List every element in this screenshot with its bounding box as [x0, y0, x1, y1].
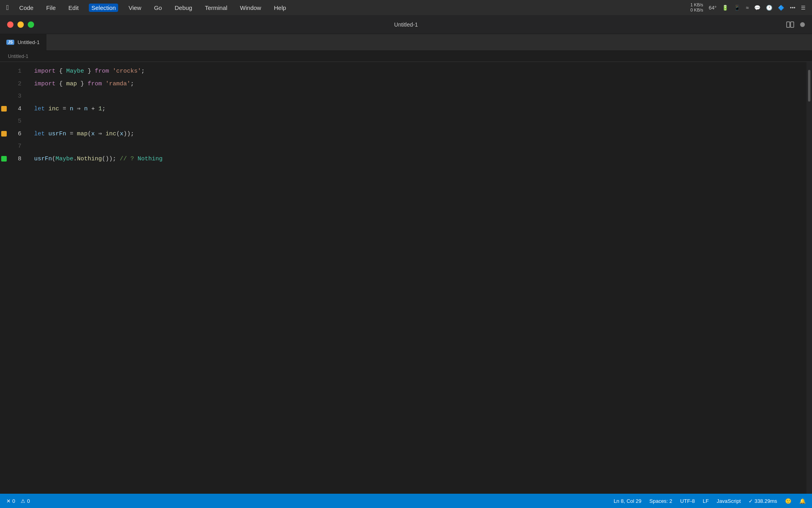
menu-window[interactable]: Window: [237, 4, 263, 12]
bp-line5: [0, 115, 8, 128]
status-right: Ln 8, Col 29 Spaces: 2 UTF-8 LF JavaScri…: [614, 498, 806, 504]
line-num-3: 3: [8, 90, 21, 103]
line-num-5: 5: [8, 115, 21, 128]
notification-icon[interactable]: 🔔: [799, 498, 806, 504]
svg-rect-1: [791, 22, 794, 27]
line-num-2: 2: [8, 78, 21, 90]
cursor-position[interactable]: Ln 8, Col 29: [614, 498, 642, 504]
code-line-7: [34, 140, 806, 153]
breadcrumb-bar: Untitled-1: [0, 51, 812, 62]
bp-line4: [0, 103, 8, 115]
menu-code[interactable]: Code: [17, 4, 36, 12]
bp-line2: [0, 78, 8, 90]
more-icon: •••: [790, 5, 795, 11]
code-line-1: import { Maybe } from 'crocks';: [34, 65, 806, 78]
breakpoint-orange-6: [1, 131, 7, 137]
menu-right: 1 KB/s0 KB/s 64° 🔋 📱 ≈ 💬 🕐 🔷 ••• ☰: [690, 2, 806, 13]
bp-line7: [0, 140, 8, 153]
encoding[interactable]: UTF-8: [680, 498, 695, 504]
maximize-button[interactable]: [28, 21, 34, 28]
breakpoints-gutter: [0, 65, 8, 505]
list-icon: ☰: [801, 5, 806, 11]
scrollbar-track[interactable]: [806, 62, 812, 505]
tab-untitled-1[interactable]: JS Untitled-1: [0, 34, 46, 51]
split-editor-icon[interactable]: [786, 20, 795, 29]
bp-line1: [0, 65, 8, 78]
menu-debug[interactable]: Debug: [172, 4, 194, 12]
close-button[interactable]: [7, 21, 13, 28]
wifi-icon: ≈: [746, 5, 749, 11]
tab-filename: Untitled-1: [17, 39, 40, 45]
menu-terminal[interactable]: Terminal: [203, 4, 230, 12]
line-num-4: 4: [8, 103, 21, 115]
status-bar: ✕ 0 ⚠ 0 Ln 8, Col 29 Spaces: 2 UTF-8 LF …: [0, 494, 812, 508]
line-numbers: 1 2 3 4 5 6 7 8: [8, 65, 28, 505]
breadcrumb: Untitled-1: [8, 54, 28, 59]
indentation[interactable]: Spaces: 2: [649, 498, 672, 504]
status-left: ✕ 0 ⚠ 0: [6, 498, 30, 504]
code-line-6: let usrFn = map(x ⇒ inc(x));: [34, 128, 806, 140]
line-num-1: 1: [8, 65, 21, 78]
menu-file[interactable]: File: [44, 4, 58, 12]
code-editor[interactable]: import { Maybe } from 'crocks'; import {…: [28, 62, 806, 505]
tab-bar: JS Untitled-1: [0, 34, 812, 51]
breakpoint-green-8: [1, 156, 7, 162]
js-badge: JS: [6, 40, 14, 45]
window-title-bar: Untitled-1: [0, 15, 812, 34]
wechat-icon: 💬: [754, 5, 760, 11]
phone-icon: 📱: [734, 5, 740, 11]
traffic-lights: [7, 21, 34, 28]
breakpoint-orange-4: [1, 106, 7, 112]
code-line-4: let inc = n ⇒ n + 1;: [34, 103, 806, 115]
menu-view[interactable]: View: [126, 4, 144, 12]
network-stats: 1 KB/s0 KB/s: [690, 2, 703, 13]
code-line-8: usrFn(Maybe.Nothing()); // ? Nothing: [34, 153, 806, 165]
menu-edit[interactable]: Edit: [66, 4, 81, 12]
warning-icon: ⚠: [21, 498, 25, 504]
timing: ✓ 338.29ms: [749, 498, 777, 504]
menu-go[interactable]: Go: [151, 4, 164, 12]
title-bar-right-controls: [786, 20, 805, 29]
line-num-7: 7: [8, 140, 21, 153]
code-line-5: [34, 115, 806, 128]
bp-line8: [0, 153, 8, 165]
dot-indicator: [800, 22, 805, 27]
language-mode[interactable]: JavaScript: [717, 498, 741, 504]
smiley-icon[interactable]: 🙂: [785, 498, 791, 504]
line-ending[interactable]: LF: [703, 498, 709, 504]
menu-help[interactable]: Help: [272, 4, 289, 12]
error-icon: ✕: [6, 498, 11, 504]
code-line-3: [34, 90, 806, 103]
svg-rect-0: [787, 22, 790, 27]
temperature: 64°: [709, 5, 717, 11]
scrollbar-thumb[interactable]: [808, 70, 810, 102]
menu-selection[interactable]: Selection: [89, 4, 118, 12]
bp-line6: [0, 128, 8, 140]
clock-icon: 🕐: [766, 5, 772, 11]
finder-icon: 🔷: [778, 5, 784, 11]
editor-container: 1 2 3 4 5 6 7 8 import { Maybe } from 'c…: [0, 62, 812, 505]
line-num-6: 6: [8, 128, 21, 140]
code-line-2: import { map } from 'ramda';: [34, 78, 806, 90]
minimize-button[interactable]: [17, 21, 24, 28]
apple-menu[interactable]: : [6, 4, 9, 12]
battery-icon: 🔋: [722, 5, 728, 11]
error-count[interactable]: ✕ 0: [6, 498, 15, 504]
bp-line3: [0, 90, 8, 103]
warning-count[interactable]: ⚠ 0: [21, 498, 30, 504]
menu-bar:  Code File Edit Selection View Go Debug…: [0, 0, 812, 15]
window-title: Untitled-1: [394, 21, 418, 28]
line-num-8: 8: [8, 153, 21, 165]
